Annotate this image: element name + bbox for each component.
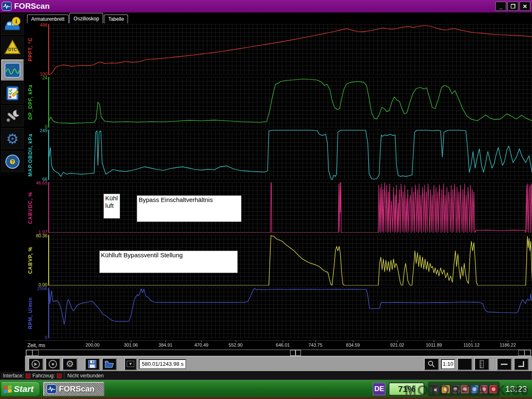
sidebar-item-help[interactable]: ? xyxy=(1,151,24,172)
system-tray: « xyxy=(428,382,500,397)
corner-line-button[interactable] xyxy=(514,358,529,370)
status-message-panel: Nicht verbunden xyxy=(64,372,532,380)
ruler-button[interactable] xyxy=(474,358,489,370)
forscan-logo-icon xyxy=(47,384,57,394)
sidebar-item-settings[interactable]: ⚙ xyxy=(1,128,24,149)
battery-indicator[interactable]: 71% xyxy=(389,382,424,396)
svg-text:i: i xyxy=(15,18,17,25)
scroll-left-button-2[interactable] xyxy=(32,350,39,356)
record-settings-button[interactable]: ⚙ xyxy=(62,358,77,370)
tray-icon-4[interactable] xyxy=(470,385,478,393)
time-tick: 921.02 xyxy=(390,342,404,347)
play-button[interactable]: ▶ xyxy=(28,358,43,370)
vehicle-status-led xyxy=(57,374,62,378)
ruler-icon xyxy=(480,360,484,368)
zoom-ratio-display: 1:10 xyxy=(441,359,455,369)
taskbar-app-forscan[interactable]: FORScan xyxy=(43,382,105,396)
close-button[interactable]: ✕ xyxy=(520,2,530,11)
scroll-left-button[interactable] xyxy=(26,350,32,356)
start-button[interactable]: Start xyxy=(1,382,40,397)
svg-text:?: ? xyxy=(11,160,14,164)
interface-status-led xyxy=(26,374,30,378)
plot-cabvp: Kühlluft Bypassventil Stellung xyxy=(48,235,532,286)
minimize-button[interactable]: _ xyxy=(495,2,506,11)
floppy-icon xyxy=(88,360,96,368)
stop-button[interactable]: ■ xyxy=(45,358,60,370)
blank-tool-button[interactable] xyxy=(457,358,472,370)
time-tick: 834.59 xyxy=(346,342,360,347)
time-tick: 200.00 xyxy=(86,342,100,347)
chart-annotation: Kühlluft Bypassventil Stellung xyxy=(99,251,238,273)
chart-dp_dpf: DP_DPF, kPa240 xyxy=(25,77,532,128)
chart-gutter-rpm: RPM, U/min25560 xyxy=(25,288,48,338)
tray-icon-2[interactable] xyxy=(451,385,459,393)
sidebar-item-tests[interactable] xyxy=(1,82,24,103)
chart-gutter-map_obdii: MAP.OBDII, kPa24966 xyxy=(25,130,48,180)
window-titlebar: FORScan _ ❐ ✕ xyxy=(0,0,532,12)
time-tick: 384.91 xyxy=(158,342,172,347)
tab-bar: Armaturenbrett Oszilloskop Tabelle xyxy=(25,12,532,23)
restore-button[interactable]: ❐ xyxy=(507,2,518,11)
tab-armaturenbrett[interactable]: Armaturenbrett xyxy=(27,15,69,23)
param-label: CABVDC, % xyxy=(27,192,33,224)
sidebar-item-dtc[interactable]: DTC xyxy=(1,37,24,58)
interface-label: Interface: xyxy=(3,373,24,379)
time-axis: Zeit, ms 200.00301.06384.91470.49552.906… xyxy=(25,340,532,350)
stop-icon: ■ xyxy=(49,360,57,368)
save-button[interactable] xyxy=(85,358,100,370)
chart-cabvp: CABVP, %80.360.00Kühlluft Bypassventil S… xyxy=(25,235,532,286)
corner-icon xyxy=(518,361,525,367)
open-button[interactable] xyxy=(102,358,117,370)
chevron-down-icon: ▼ xyxy=(127,361,134,367)
sidebar-item-service[interactable] xyxy=(1,105,24,126)
axis-min-label: 0 xyxy=(45,335,47,340)
tab-oszilloskop[interactable]: Oszilloskop xyxy=(69,13,103,23)
oscilloscope-charts: PPFT, °C496100DP_DPF, kPa240MAP.OBDII, k… xyxy=(25,23,532,340)
status-message: Nicht verbunden xyxy=(67,373,103,379)
scroll-right-button[interactable] xyxy=(518,350,525,356)
scroll-right-button-2[interactable] xyxy=(525,350,531,356)
horizontal-line-button[interactable] xyxy=(497,358,512,370)
signal-select-dropdown[interactable]: ▼ xyxy=(124,358,137,370)
time-tick: 552.90 xyxy=(229,342,243,347)
axis-max-label: 80.36 xyxy=(36,233,47,238)
zoom-button[interactable] xyxy=(424,358,439,370)
connection-panel: Interface: Fahrzeug: xyxy=(0,372,64,380)
tab-tabelle[interactable]: Tabelle xyxy=(104,15,128,23)
tray-icon-6[interactable] xyxy=(490,385,498,393)
status-bar: Interface: Fahrzeug: Nicht verbunden xyxy=(0,371,532,380)
scrollbar-thumb[interactable] xyxy=(290,350,301,356)
time-tick: 1011.89 xyxy=(426,342,442,347)
window-title: FORScan xyxy=(14,2,493,11)
chart-gutter-dp_dpf: DP_DPF, kPa240 xyxy=(25,77,48,128)
tray-icon-3[interactable] xyxy=(461,385,469,393)
chart-annotation: Bypass Einschaltverhältnis xyxy=(137,195,241,222)
time-axis-label: Zeit, ms xyxy=(27,342,45,348)
taskbar-clock: 13:23 xyxy=(503,384,531,394)
chart-gutter-cabvdc: CABVDC, %46.651.97 xyxy=(25,182,48,233)
chart-gutter-cabvp: CABVP, %80.360.00 xyxy=(25,235,48,286)
vehicle-label: Fahrzeug: xyxy=(32,373,55,379)
tray-icon-5[interactable] xyxy=(480,385,488,393)
tray-expand-button[interactable]: « xyxy=(430,384,440,394)
sidebar-item-oscilloscope[interactable] xyxy=(1,59,24,81)
param-label: DP_DPF, kPa xyxy=(27,84,33,120)
param-label: RPM, U/min xyxy=(27,297,33,329)
folder-icon xyxy=(105,360,114,368)
plot-rpm xyxy=(48,288,532,338)
forscan-logo-icon xyxy=(2,2,12,11)
tray-icon-1[interactable] xyxy=(442,385,450,393)
time-tick: 470.49 xyxy=(195,342,209,347)
play-icon: ▶ xyxy=(32,360,40,368)
chart-cabvdc: CABVDC, %46.651.97Kühl luftBypass Einsch… xyxy=(25,182,532,233)
param-label: PPFT, °C xyxy=(27,37,33,61)
chart-ppft: PPFT, °C496100 xyxy=(25,24,532,75)
language-indicator[interactable]: DE xyxy=(373,383,385,395)
gear-icon: ⚙ xyxy=(66,359,74,369)
horizontal-scrollbar[interactable] xyxy=(26,350,531,356)
axis-max-label: 249 xyxy=(40,128,47,133)
sidebar-item-vehicle-info[interactable]: i xyxy=(1,14,24,35)
chart-map_obdii: MAP.OBDII, kPa24966 xyxy=(25,130,532,180)
gear-icon: ⚙ xyxy=(6,131,19,147)
svg-text:DTC: DTC xyxy=(8,47,17,52)
